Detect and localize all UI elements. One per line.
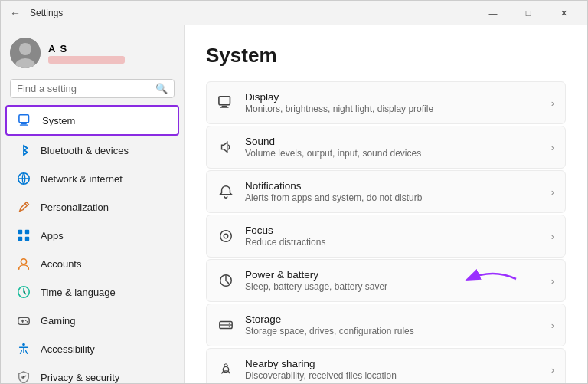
sidebar-item-apps[interactable]: Apps xyxy=(5,222,179,249)
power-battery-arrow-annotation xyxy=(462,268,524,293)
sidebar-item-label-system: System xyxy=(42,115,75,126)
svg-rect-8 xyxy=(25,230,29,234)
setting-item-notifications[interactable]: NotificationsAlerts from apps and system… xyxy=(206,170,566,213)
svg-point-26 xyxy=(229,323,230,324)
search-bar[interactable]: 🔍 xyxy=(10,79,175,98)
apps-icon xyxy=(16,228,31,243)
storage-icon xyxy=(217,317,234,333)
svg-point-27 xyxy=(229,326,230,327)
sidebar: A S 🔍 SystemBluetooth & devicesNetwork &… xyxy=(1,25,185,384)
setting-item-sound[interactable]: SoundVolume levels, output, input, sound… xyxy=(206,126,566,169)
sidebar-item-label-gaming: Gaming xyxy=(41,315,76,327)
nearby-sharing-icon xyxy=(217,361,234,378)
setting-item-display[interactable]: DisplayMonitors, brightness, night light… xyxy=(206,81,566,124)
svg-rect-10 xyxy=(25,237,29,241)
svg-point-14 xyxy=(25,320,27,321)
search-input[interactable] xyxy=(17,83,151,94)
svg-point-1 xyxy=(19,43,31,55)
minimize-button[interactable]: — xyxy=(475,1,511,25)
accessibility-icon xyxy=(16,341,31,356)
user-info: A S xyxy=(48,43,125,64)
sidebar-item-label-personalization: Personalization xyxy=(41,202,109,213)
notifications-name: Notifications xyxy=(245,180,541,192)
content-area: System DisplayMonitors, brightness, nigh… xyxy=(185,25,587,384)
accounts-icon xyxy=(16,256,31,271)
sidebar-item-system[interactable]: System xyxy=(5,105,179,136)
svg-rect-4 xyxy=(21,123,27,125)
setting-item-storage[interactable]: StorageStorage space, drives, configurat… xyxy=(206,304,566,346)
network-icon xyxy=(16,171,31,186)
nearby-sharing-text: Nearby sharingDiscoverability, received … xyxy=(245,358,541,381)
avatar xyxy=(10,38,41,68)
svg-rect-3 xyxy=(19,115,29,123)
sidebar-item-label-accounts: Accounts xyxy=(41,258,81,270)
storage-name: Storage xyxy=(245,313,541,325)
sidebar-item-time[interactable]: Time & language xyxy=(5,278,179,306)
settings-list: DisplayMonitors, brightness, night light… xyxy=(206,81,566,384)
gaming-icon xyxy=(16,313,31,328)
personalization-icon xyxy=(16,199,31,215)
nearby-sharing-desc: Discoverability, received files location xyxy=(245,370,541,381)
nearby-sharing-name: Nearby sharing xyxy=(245,358,541,369)
sidebar-item-label-network: Network & internet xyxy=(41,173,122,185)
sound-desc: Volume levels, output, input, sound devi… xyxy=(245,148,541,159)
display-name: Display xyxy=(245,91,541,103)
app-title: Settings xyxy=(30,8,63,18)
focus-name: Focus xyxy=(245,225,541,236)
system-icon xyxy=(18,113,33,128)
svg-rect-19 xyxy=(222,106,227,107)
setting-item-nearby-sharing[interactable]: Nearby sharingDiscoverability, received … xyxy=(206,348,566,384)
svg-point-22 xyxy=(224,234,227,238)
svg-rect-7 xyxy=(18,230,22,234)
display-chevron: › xyxy=(551,97,554,109)
sidebar-item-label-accessibility: Accessibility xyxy=(41,343,95,355)
sidebar-item-label-privacy: Privacy & security xyxy=(41,372,119,383)
notifications-chevron: › xyxy=(551,186,554,198)
focus-chevron: › xyxy=(551,231,554,242)
sound-chevron: › xyxy=(551,142,554,153)
search-icon: 🔍 xyxy=(155,83,168,94)
storage-text: StorageStorage space, drives, configurat… xyxy=(245,313,541,336)
main-layout: A S 🔍 SystemBluetooth & devicesNetwork &… xyxy=(1,25,587,384)
close-button[interactable]: ✕ xyxy=(546,1,581,25)
sound-text: SoundVolume levels, output, input, sound… xyxy=(245,136,541,159)
titlebar: ← Settings — □ ✕ xyxy=(1,1,587,25)
storage-chevron: › xyxy=(551,320,554,331)
notifications-text: NotificationsAlerts from apps and system… xyxy=(245,180,541,203)
storage-desc: Storage space, drives, configuration rul… xyxy=(245,326,541,336)
page-title: System xyxy=(206,44,566,67)
display-icon xyxy=(217,94,234,111)
sidebar-item-network[interactable]: Network & internet xyxy=(5,165,179,192)
setting-item-power-battery[interactable]: Power & batterySleep, battery usage, bat… xyxy=(206,259,566,302)
svg-point-16 xyxy=(22,343,25,346)
nearby-sharing-chevron: › xyxy=(551,364,554,376)
svg-rect-9 xyxy=(18,237,22,241)
back-button[interactable]: ← xyxy=(10,7,21,19)
user-profile[interactable]: A S xyxy=(1,25,184,76)
sidebar-item-accessibility[interactable]: Accessibility xyxy=(5,335,179,363)
sound-name: Sound xyxy=(245,136,541,147)
sidebar-item-gaming[interactable]: Gaming xyxy=(5,307,179,334)
sidebar-item-accounts[interactable]: Accounts xyxy=(5,250,179,277)
svg-point-15 xyxy=(27,321,28,323)
setting-item-focus[interactable]: FocusReduce distractions› xyxy=(206,215,566,258)
maximize-button[interactable]: □ xyxy=(511,1,546,25)
privacy-icon xyxy=(16,369,31,384)
sidebar-item-privacy[interactable]: Privacy & security xyxy=(5,363,179,384)
user-initials: A S xyxy=(48,43,125,54)
power-battery-chevron: › xyxy=(551,275,554,287)
sidebar-nav: SystemBluetooth & devicesNetwork & inter… xyxy=(1,104,184,384)
time-icon xyxy=(16,284,31,300)
sidebar-item-label-bluetooth: Bluetooth & devices xyxy=(41,145,129,156)
window-controls: — □ ✕ xyxy=(475,1,581,25)
svg-point-21 xyxy=(220,231,232,242)
sidebar-item-personalization[interactable]: Personalization xyxy=(5,193,179,221)
svg-rect-18 xyxy=(219,97,230,105)
focus-desc: Reduce distractions xyxy=(245,237,541,248)
sidebar-item-bluetooth[interactable]: Bluetooth & devices xyxy=(5,136,179,164)
sidebar-item-label-apps: Apps xyxy=(41,230,64,241)
sound-icon xyxy=(217,139,234,156)
svg-point-11 xyxy=(21,259,26,264)
display-desc: Monitors, brightness, night light, displ… xyxy=(245,103,541,114)
focus-icon xyxy=(217,228,234,245)
